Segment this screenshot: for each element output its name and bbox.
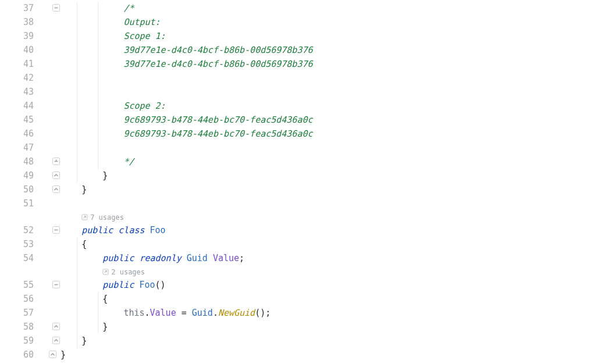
code-line[interactable]: 39 Scope 1: (0, 29, 594, 43)
code-line[interactable]: 53 { (0, 237, 594, 251)
code-line[interactable]: 57 this.Value = Guid.NewGuid(); (0, 306, 594, 320)
line-number: 46 (0, 127, 40, 141)
code-text[interactable]: /* (61, 1, 594, 15)
line-number: 37 (0, 1, 40, 15)
line-number: 52 (0, 223, 40, 237)
code-text[interactable]: */ (61, 155, 594, 169)
fold-end-icon[interactable] (52, 336, 61, 345)
code-text[interactable]: 39d77e1e-d4c0-4bcf-b86b-00d56978b376 (61, 57, 594, 71)
code-line[interactable]: 52 public class Foo (0, 223, 594, 237)
usages-hint-label: 2 usages (111, 266, 145, 279)
code-line[interactable]: 38 Output: (0, 15, 594, 29)
line-number: 47 (0, 141, 40, 155)
usages-hint[interactable]: 2 usages (102, 266, 145, 279)
line-number: 58 (0, 320, 40, 334)
code-text[interactable]: { (61, 237, 594, 251)
line-number: 55 (0, 278, 40, 292)
fold-start-icon[interactable] (52, 280, 61, 289)
code-line[interactable]: 43 (0, 85, 594, 99)
code-line[interactable]: 45 9c689793-b478-44eb-bc70-feac5d436a0c (0, 113, 594, 127)
line-number: 51 (0, 197, 40, 210)
fold-start-icon[interactable] (52, 3, 61, 12)
line-number: 44 (0, 99, 40, 113)
line-number: 41 (0, 57, 40, 71)
code-line[interactable]: 50 } (0, 183, 594, 197)
line-number: 45 (0, 113, 40, 127)
code-line[interactable]: 37 /* (0, 1, 594, 15)
code-line[interactable]: 55 public Foo() (0, 278, 594, 292)
code-line[interactable]: 51 (0, 197, 594, 210)
code-line[interactable]: 48 */ (0, 155, 594, 169)
fold-end-icon[interactable] (52, 185, 61, 194)
svg-rect-6 (53, 186, 60, 193)
fold-end-icon[interactable] (48, 350, 57, 359)
code-text[interactable]: 9c689793-b478-44eb-bc70-feac5d436a0c (61, 127, 594, 141)
code-text[interactable]: 9c689793-b478-44eb-bc70-feac5d436a0c (61, 113, 594, 127)
code-text[interactable]: } (61, 320, 594, 334)
code-line[interactable]: 54 public readonly Guid Value; (0, 251, 594, 265)
code-text[interactable]: public class Foo (61, 223, 594, 237)
code-text[interactable]: Scope 2: (61, 99, 594, 113)
code-editor[interactable]: 37 /* 38 Output: 39 Scope 1: 40 39d77e1e… (0, 0, 594, 364)
link-icon (102, 269, 109, 275)
code-text[interactable]: public readonly Guid Value; (61, 251, 594, 265)
line-number: 38 (0, 15, 40, 29)
code-text[interactable]: } (61, 183, 594, 197)
inlay-hint-row: 2 usages (0, 265, 594, 278)
code-text[interactable]: { (61, 292, 594, 306)
fold-end-icon[interactable] (52, 322, 61, 331)
code-line[interactable]: 58 } (0, 320, 594, 334)
line-number: 42 (0, 71, 40, 85)
svg-rect-14 (53, 337, 60, 344)
code-line[interactable]: 42 (0, 71, 594, 85)
line-number: 43 (0, 85, 40, 99)
code-text[interactable]: Scope 1: (61, 29, 594, 43)
code-line[interactable]: 46 9c689793-b478-44eb-bc70-feac5d436a0c (0, 127, 594, 141)
line-number: 57 (0, 306, 40, 320)
usages-hint[interactable]: 7 usages (81, 211, 124, 224)
code-line[interactable]: 44 Scope 2: (0, 99, 594, 113)
svg-rect-5 (53, 172, 60, 179)
svg-rect-13 (53, 323, 60, 330)
code-line[interactable]: 56 { (0, 292, 594, 306)
line-number: 53 (0, 237, 40, 251)
line-number: 59 (0, 334, 40, 348)
code-text[interactable]: } (61, 334, 594, 348)
code-text[interactable]: } (61, 169, 594, 183)
line-number: 50 (0, 183, 40, 197)
fold-end-icon[interactable] (52, 157, 61, 166)
code-text[interactable]: 39d77e1e-d4c0-4bcf-b86b-00d56978b376 (61, 43, 594, 57)
link-icon (81, 214, 88, 220)
line-number: 39 (0, 29, 40, 43)
code-line[interactable]: 49 } (0, 169, 594, 183)
line-number: 60 (0, 348, 40, 362)
code-line[interactable]: 60 } (0, 348, 594, 362)
code-text[interactable]: this.Value = Guid.NewGuid(); (61, 306, 594, 320)
code-text[interactable]: } (61, 348, 594, 362)
usages-hint-label: 7 usages (90, 211, 124, 224)
svg-rect-15 (49, 351, 56, 358)
line-number: 54 (0, 251, 40, 265)
line-number: 56 (0, 292, 40, 306)
code-line[interactable]: 40 39d77e1e-d4c0-4bcf-b86b-00d56978b376 (0, 43, 594, 57)
code-line[interactable]: 47 (0, 141, 594, 155)
fold-end-icon[interactable] (52, 171, 61, 180)
code-line[interactable]: 41 39d77e1e-d4c0-4bcf-b86b-00d56978b376 (0, 57, 594, 71)
code-text[interactable]: public Foo() (61, 278, 594, 292)
fold-start-icon[interactable] (52, 226, 61, 234)
line-number: 40 (0, 43, 40, 57)
line-number: 49 (0, 169, 40, 183)
code-text[interactable]: Output: (61, 15, 594, 29)
inlay-hint-row: 7 usages (0, 210, 594, 223)
code-line[interactable]: 59 } (0, 334, 594, 348)
line-number: 48 (0, 155, 40, 169)
